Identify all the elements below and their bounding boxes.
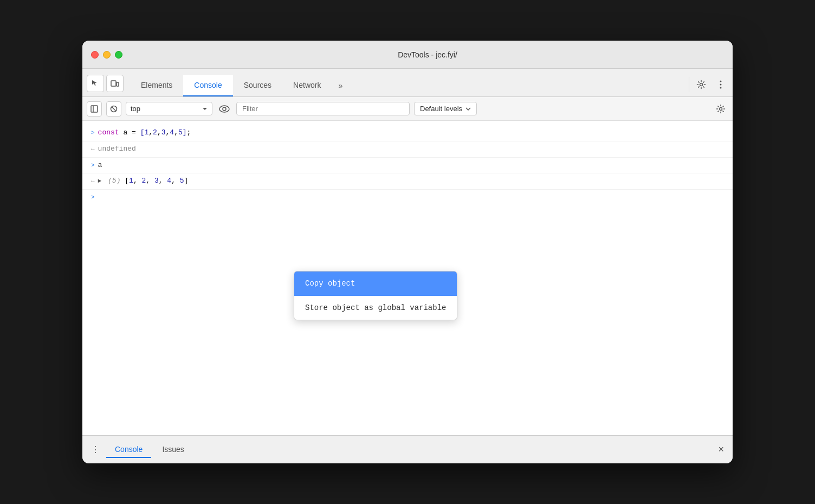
context-menu-item-store-global[interactable]: Store object as global variable <box>294 296 457 320</box>
divider <box>689 77 689 92</box>
svg-rect-0 <box>111 81 116 86</box>
bottom-three-dots[interactable]: ⋮ <box>91 444 100 455</box>
bottom-tab-console[interactable]: Console <box>106 442 151 458</box>
clear-console-button[interactable] <box>106 101 121 117</box>
tab-network[interactable]: Network <box>282 75 332 96</box>
context-selector[interactable]: top <box>126 102 212 115</box>
svg-point-3 <box>720 81 722 82</box>
svg-rect-1 <box>117 82 119 86</box>
arrow-in-1: > <box>91 128 95 138</box>
close-panel-button[interactable]: × <box>718 444 724 455</box>
line-content-3: a <box>98 160 728 171</box>
levels-selector[interactable]: Default levels <box>414 102 477 115</box>
expand-array-button[interactable]: ► <box>98 178 102 184</box>
eye-button[interactable] <box>217 101 232 117</box>
svg-point-11 <box>223 107 226 111</box>
console-line-2: ← undefined <box>82 141 733 158</box>
select-element-button[interactable] <box>87 75 104 92</box>
svg-point-12 <box>720 107 722 110</box>
toolbar-icons <box>87 75 124 92</box>
console-settings-button[interactable] <box>713 101 728 117</box>
devtools-window: DevTools - jec.fyi/ Elements Console So <box>82 41 733 463</box>
settings-button[interactable] <box>694 77 709 92</box>
console-toolbar: top Default levels <box>82 97 733 121</box>
context-menu-item-copy[interactable]: Copy object <box>294 272 457 295</box>
arrow-in-3: > <box>91 161 95 171</box>
close-traffic-light[interactable] <box>91 51 99 59</box>
line-content-2: undefined <box>98 144 728 155</box>
console-content: > const a = [1,2,3,4,5]; ← undefined > a… <box>82 121 733 435</box>
arrow-in-5: > <box>91 193 95 203</box>
svg-rect-6 <box>91 106 98 112</box>
svg-line-9 <box>112 107 116 111</box>
bottom-tabs: Console Issues <box>106 442 718 458</box>
window-title: DevTools - jec.fyi/ <box>131 50 724 59</box>
svg-point-2 <box>700 83 703 86</box>
tab-console[interactable]: Console <box>183 75 232 96</box>
device-toggle-button[interactable] <box>106 75 124 92</box>
bottom-tab-issues[interactable]: Issues <box>153 442 192 458</box>
svg-point-4 <box>720 84 722 86</box>
svg-point-10 <box>219 106 229 112</box>
line-content-1: const a = [1,2,3,4,5]; <box>98 127 728 139</box>
filter-input[interactable] <box>236 102 410 115</box>
maximize-traffic-light[interactable] <box>115 51 122 59</box>
arrow-out-2: ← <box>91 145 95 154</box>
arrow-out-4: ← <box>91 177 95 186</box>
line-content-4: ► (5) [1, 2, 3, 4, 5] <box>98 176 728 187</box>
console-line-3: > a <box>82 158 733 174</box>
bottom-bar: ⋮ Console Issues × <box>82 435 733 463</box>
traffic-lights <box>91 51 122 59</box>
context-menu: Copy object Store object as global varia… <box>294 271 457 320</box>
console-line-4: ← ► (5) [1, 2, 3, 4, 5] Copy object Stor… <box>82 173 733 190</box>
tab-sources[interactable]: Sources <box>233 75 282 96</box>
console-line-1: > const a = [1,2,3,4,5]; <box>82 125 733 141</box>
title-bar: DevTools - jec.fyi/ <box>82 41 733 69</box>
console-line-5: > <box>82 190 733 205</box>
tab-more[interactable]: » <box>332 75 349 96</box>
kebab-menu-button[interactable] <box>713 77 728 92</box>
prompt-content[interactable] <box>98 192 728 203</box>
expand-panel-button[interactable] <box>87 101 102 117</box>
minimize-traffic-light[interactable] <box>103 51 111 59</box>
tab-bar: Elements Console Sources Network » <box>82 69 733 97</box>
tab-elements[interactable]: Elements <box>130 75 183 96</box>
tab-bar-right <box>689 77 728 92</box>
svg-point-5 <box>720 87 722 89</box>
